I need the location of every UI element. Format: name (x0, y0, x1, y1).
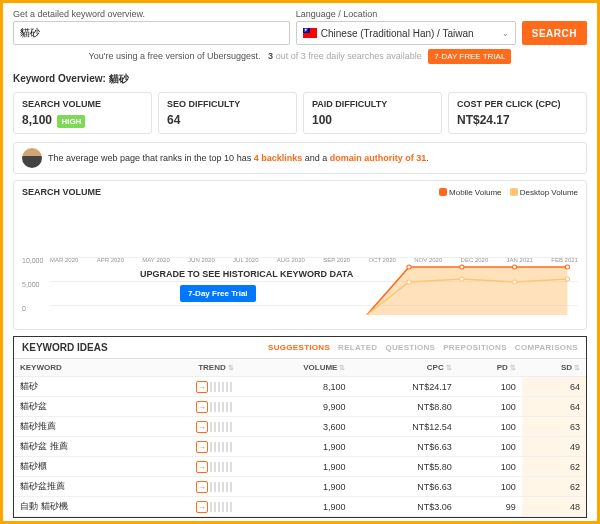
chart-legend: Mobile Volume Desktop Volume (433, 188, 578, 197)
table-row[interactable]: 貓砂盆 → 9,900NT$8.8010064 (14, 397, 586, 417)
table-row[interactable]: 貓砂櫃 → 1,900NT$5.8010062 (14, 457, 586, 477)
tab-related[interactable]: RELATED (338, 343, 377, 352)
svg-point-2 (513, 265, 517, 269)
keyword-ideas-panel: KEYWORD IDEAS SUGGESTIONS RELATED QUESTI… (13, 336, 587, 518)
legend-desktop-icon (510, 188, 518, 196)
trend-sparkline (210, 422, 234, 432)
trend-sparkline (210, 502, 234, 512)
col-cpc[interactable]: CPC⇅ (351, 359, 457, 377)
trend-arrow-icon: → (196, 461, 208, 473)
col-pd[interactable]: PD⇅ (458, 359, 522, 377)
lang-value: Chinese (Traditional Han) / Taiwan (321, 28, 474, 39)
lang-label: Language / Location (296, 9, 516, 19)
svg-point-7 (565, 277, 569, 281)
table-row[interactable]: 貓砂推薦 → 3,600NT$12.5410063 (14, 417, 586, 437)
svg-point-3 (565, 265, 569, 269)
svg-point-4 (407, 280, 411, 284)
svg-point-5 (460, 277, 464, 281)
metric-cpc: COST PER CLICK (CPC) NT$24.17 (448, 92, 587, 134)
ideas-title: KEYWORD IDEAS (22, 342, 108, 353)
trend-sparkline (210, 402, 234, 412)
col-trend[interactable]: TREND⇅ (137, 359, 240, 377)
col-keyword[interactable]: KEYWORD (14, 359, 137, 377)
metric-paid-difficulty: PAID DIFFICULTY 100 (303, 92, 442, 134)
trend-arrow-icon: → (196, 401, 208, 413)
trend-arrow-icon: → (196, 441, 208, 453)
tab-comparisons[interactable]: COMPARISONS (515, 343, 578, 352)
trend-arrow-icon: → (196, 481, 208, 493)
table-row[interactable]: 貓砂盆推薦 → 1,900NT$6.6310062 (14, 477, 586, 497)
trend-sparkline (210, 382, 234, 392)
table-row[interactable]: 貓砂 → 8,100NT$24.1710064 (14, 377, 586, 397)
flag-icon (303, 28, 317, 38)
svg-point-0 (407, 265, 411, 269)
table-row[interactable]: 自動 貓砂機 → 1,900NT$3.069948 (14, 497, 586, 517)
tab-questions[interactable]: QUESTIONS (385, 343, 435, 352)
search-button[interactable]: SEARCH (522, 21, 587, 45)
svg-point-1 (460, 265, 464, 269)
trend-arrow-icon: → (196, 421, 208, 433)
insight-bar: The average web page that ranks in the t… (13, 142, 587, 174)
y-axis: 10,0005,0000 (22, 257, 43, 329)
table-row[interactable]: 貓砂盆 推薦 → 1,900NT$6.6310049 (14, 437, 586, 457)
metric-search-volume: SEARCH VOLUME 8,100 HIGH (13, 92, 152, 134)
avatar (22, 148, 42, 168)
search-volume-chart: SEARCH VOLUME Mobile Volume Desktop Volu… (13, 180, 587, 330)
legend-mobile-icon (439, 188, 447, 196)
language-select[interactable]: Chinese (Traditional Han) / Taiwan ⌄ (296, 21, 516, 45)
overview-heading: Keyword Overview: 貓砂 (13, 72, 587, 86)
metric-seo-difficulty: SEO DIFFICULTY 64 (158, 92, 297, 134)
trend-sparkline (210, 482, 234, 492)
trend-sparkline (210, 462, 234, 472)
svg-point-6 (513, 280, 517, 284)
col-sd[interactable]: SD⇅ (522, 359, 586, 377)
free-trial-pill[interactable]: 7-DAY FREE TRIAL (428, 49, 511, 64)
keyword-input[interactable] (13, 21, 290, 45)
trend-arrow-icon: → (196, 381, 208, 393)
tab-suggestions[interactable]: SUGGESTIONS (268, 343, 330, 352)
badge-high: HIGH (57, 115, 85, 128)
ideas-table: KEYWORD TREND⇅ VOLUME⇅ CPC⇅ PD⇅ SD⇅ 貓砂 →… (14, 359, 586, 517)
chevron-down-icon: ⌄ (502, 29, 509, 38)
tab-prepositions[interactable]: PREPOSITIONS (443, 343, 507, 352)
search-label: Get a detailed keyword overview. (13, 9, 290, 19)
free-banner: You're using a free version of Ubersugge… (13, 49, 587, 64)
col-volume[interactable]: VOLUME⇅ (240, 359, 352, 377)
trend-arrow-icon: → (196, 501, 208, 513)
chart-title: SEARCH VOLUME (22, 187, 101, 197)
trend-sparkline (210, 442, 234, 452)
chart-svg (50, 257, 578, 315)
